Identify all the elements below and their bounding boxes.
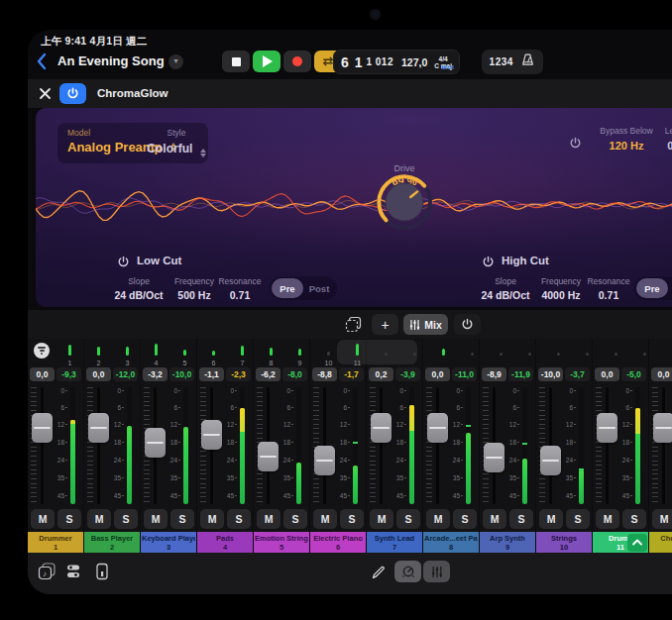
- fader-zone: 061218243545: [480, 385, 535, 506]
- mute-button[interactable]: M: [539, 509, 563, 529]
- fader-cap[interactable]: [88, 413, 109, 443]
- peak-readout: -12,0: [113, 367, 138, 381]
- drive-knob[interactable]: [367, 164, 442, 240]
- stop-button[interactable]: [222, 51, 250, 72]
- back-button[interactable]: [36, 52, 54, 71]
- mute-button[interactable]: M: [200, 509, 224, 529]
- track-name-tab[interactable]: Chorus V12: [649, 532, 672, 553]
- volume-readout[interactable]: -8,8: [312, 367, 337, 381]
- low-cut-power-icon[interactable]: [117, 255, 130, 267]
- volume-readout[interactable]: -10,0: [538, 367, 563, 381]
- level-control[interactable]: Level 0.0: [642, 126, 672, 152]
- mini-meter-track-6: 6: [199, 341, 228, 366]
- volume-readout[interactable]: 0,0: [30, 367, 55, 381]
- fader-cap[interactable]: [597, 413, 617, 443]
- fader-cap[interactable]: [484, 443, 504, 472]
- volume-readout[interactable]: 0,0: [651, 367, 672, 381]
- volume-readout[interactable]: -8,9: [482, 367, 506, 381]
- solo-button[interactable]: S: [622, 509, 646, 529]
- bypass-power-icon[interactable]: [569, 136, 582, 149]
- mini-meter-track-17: [515, 341, 544, 366]
- track-name-tab[interactable]: Strings10: [536, 532, 592, 553]
- fader-cap[interactable]: [653, 413, 672, 443]
- track-name-tab[interactable]: Drummer1: [28, 532, 83, 553]
- volume-readout[interactable]: 0,0: [86, 367, 111, 381]
- style-selector[interactable]: Style Colorful: [133, 128, 220, 157]
- track-name-tab[interactable]: Electric Piano6: [310, 532, 366, 553]
- lcd-display[interactable]: 6 1 1 012 127,0 4/4 C maj MIDI: [333, 50, 460, 74]
- track-name-tab[interactable]: Drums11: [593, 532, 648, 553]
- track-name-tab[interactable]: Emotion Strings5: [254, 532, 309, 553]
- solo-button[interactable]: S: [114, 509, 138, 529]
- low-cut-resonance[interactable]: Resonance 0.71: [202, 276, 278, 301]
- volume-readout[interactable]: 0,0: [595, 367, 619, 381]
- mute-button[interactable]: M: [87, 509, 111, 529]
- track-name-tab[interactable]: Arp Synth9: [480, 532, 535, 553]
- metronome-button[interactable]: [520, 52, 535, 71]
- track-name-tab[interactable]: Bass Player2: [84, 532, 140, 553]
- high-cut-pre-button[interactable]: Pre: [636, 278, 668, 298]
- track-name-tab[interactable]: Keyboard Player3: [141, 532, 196, 553]
- solo-button[interactable]: S: [396, 509, 420, 529]
- mixer-power-button[interactable]: [454, 314, 481, 335]
- fader-cap[interactable]: [540, 446, 561, 475]
- channel-strip-4: -1,1-2,3061218243545MSPads4: [197, 339, 253, 553]
- mute-button[interactable]: M: [370, 509, 393, 529]
- count-in-button[interactable]: 1234: [490, 56, 513, 67]
- fader-cap[interactable]: [371, 413, 392, 443]
- browser-icon[interactable]: [65, 563, 81, 584]
- low-cut-post-button[interactable]: Post: [303, 278, 335, 298]
- fader-cap[interactable]: [427, 413, 448, 443]
- play-surface-icon[interactable]: [95, 563, 109, 584]
- mix-button[interactable]: Mix: [403, 314, 448, 335]
- level-meter: [522, 387, 527, 504]
- low-cut-title: Low Cut: [137, 255, 181, 266]
- fader-cap[interactable]: [145, 428, 166, 458]
- filter-tracks-button[interactable]: [34, 343, 50, 359]
- mute-button[interactable]: M: [426, 509, 450, 529]
- collapse-stack-button[interactable]: [627, 534, 647, 552]
- mixer-view-button[interactable]: [423, 561, 450, 582]
- solo-button[interactable]: S: [227, 509, 251, 529]
- mute-button[interactable]: M: [144, 509, 168, 529]
- loops-browser-icon[interactable]: ♪: [38, 563, 56, 584]
- solo-button[interactable]: S: [283, 509, 307, 529]
- mute-button[interactable]: M: [313, 509, 337, 529]
- solo-button[interactable]: S: [566, 509, 590, 529]
- duplicate-icon[interactable]: [345, 316, 362, 333]
- volume-readout[interactable]: -3,2: [143, 367, 168, 381]
- mute-button[interactable]: M: [31, 509, 55, 529]
- plugin-power-button[interactable]: [59, 83, 86, 104]
- record-button[interactable]: [283, 51, 311, 72]
- solo-button[interactable]: S: [453, 509, 477, 529]
- volume-readout[interactable]: -1,1: [199, 367, 224, 381]
- mute-button[interactable]: M: [596, 509, 619, 529]
- song-menu-chevron-icon[interactable]: ▾: [168, 54, 183, 69]
- mute-button[interactable]: M: [483, 509, 506, 529]
- solo-button[interactable]: S: [340, 509, 364, 529]
- high-cut-power-icon[interactable]: [482, 255, 495, 267]
- high-cut-post-button[interactable]: Post: [668, 278, 672, 298]
- solo-button[interactable]: S: [509, 509, 533, 529]
- song-title[interactable]: An Evening Song: [57, 53, 165, 68]
- fader-cap[interactable]: [314, 446, 335, 475]
- fader-cap[interactable]: [32, 413, 53, 443]
- fader-cap[interactable]: [201, 420, 222, 450]
- solo-button[interactable]: S: [170, 509, 194, 529]
- track-name-tab[interactable]: Pads4: [197, 532, 253, 553]
- add-track-button[interactable]: +: [372, 314, 398, 335]
- volume-readout[interactable]: 0,2: [369, 367, 393, 381]
- solo-button[interactable]: S: [57, 509, 81, 529]
- play-button[interactable]: [253, 51, 280, 72]
- mute-button[interactable]: M: [652, 509, 672, 529]
- volume-readout[interactable]: -6,2: [256, 367, 280, 381]
- controls-knob-view-button[interactable]: [394, 561, 421, 582]
- mute-button[interactable]: M: [257, 509, 280, 529]
- low-cut-pre-button[interactable]: Pre: [272, 278, 303, 298]
- track-name-tab[interactable]: Arcade...eet Pad8: [423, 532, 479, 553]
- volume-readout[interactable]: 0,0: [425, 367, 450, 381]
- close-plugin-button[interactable]: [39, 86, 53, 100]
- track-name-tab[interactable]: Synth Lead7: [367, 532, 422, 553]
- pencil-icon[interactable]: [371, 565, 387, 584]
- fader-cap[interactable]: [258, 442, 279, 471]
